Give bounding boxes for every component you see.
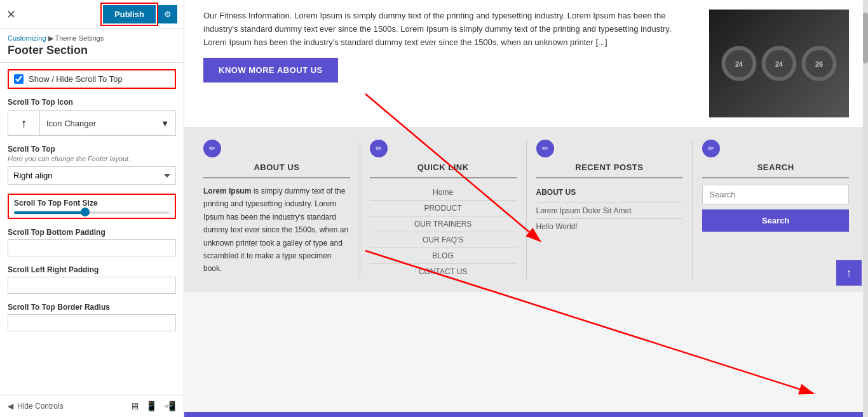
hide-controls[interactable]: ◀ Hide Controls [8, 402, 64, 411]
breadcrumb: Customizing ▶ Theme Settings [0, 29, 184, 44]
hide-controls-label: Hide Controls [17, 402, 64, 411]
footer-col-search: ✏ SEARCH Search [693, 140, 858, 279]
weight-24b: 24 [762, 46, 797, 81]
tablet-icon[interactable]: 📱 [146, 400, 158, 412]
about-us-rest: is simply dummy text of the printing and… [203, 187, 348, 273]
scroll-lr-padding-row: Scroll Left Right Padding [8, 265, 176, 294]
close-button[interactable]: ✕ [6, 8, 16, 22]
search-title: SEARCH [702, 162, 849, 178]
recent-posts-title: RECENT POSTS [536, 162, 683, 178]
desktop-icon[interactable]: 🖥 [130, 400, 139, 412]
footer-col-recent-posts: ✏ RECENT POSTS ABOUT US Lorem Ipsum Dolo… [527, 140, 693, 279]
preview-text-block: Our Fitness Information. Lorem Ipsum is … [203, 10, 696, 117]
scrollbar-thumb[interactable] [863, 13, 868, 63]
left-panel: ✕ Publish ⚙ Customizing ▶ Theme Settings… [0, 0, 184, 417]
search-input[interactable] [702, 185, 849, 204]
view-icons: 🖥 📱 📲 [130, 400, 176, 412]
search-button[interactable]: Search [702, 209, 849, 232]
link-contact-us[interactable]: CONTACT US [370, 264, 517, 279]
show-hide-label: Show / Hide Scroll To Top [29, 74, 123, 84]
breadcrumb-separator: ▶ [48, 34, 55, 42]
scroll-to-top-section-label: Scroll To Top [8, 145, 176, 154]
post-title-3: Hello World! [536, 222, 683, 231]
quick-link-title: QUICK LINK [370, 162, 517, 178]
scroll-bottom-padding-input[interactable] [8, 239, 176, 256]
weight-26: 26 [802, 46, 837, 81]
edit-recent-posts-button[interactable]: ✏ [536, 140, 554, 157]
preview-container: Our Fitness Information. Lorem Ipsum is … [184, 0, 868, 417]
weight-circles: 24 24 26 [722, 46, 837, 81]
preview-image: 24 24 26 [709, 10, 849, 117]
panel-title: Footer Section [0, 44, 184, 63]
blue-bottom-bar [184, 412, 868, 417]
about-us-bold: Lorem Ipsum [203, 187, 251, 195]
align-select[interactable]: Right align Left align Center align [8, 166, 176, 185]
footer-col-quick-link: ✏ QUICK LINK Home PRODUCT OUR TRAINERS O… [360, 140, 527, 279]
panel-body: Show / Hide Scroll To Top Scroll To Top … [0, 63, 184, 395]
know-more-button[interactable]: KNOW MORE ABOUT US [203, 58, 338, 83]
breadcrumb-customizing[interactable]: Customizing [8, 34, 46, 42]
show-hide-checkbox[interactable] [14, 74, 24, 84]
chevron-down-icon: ▼ [161, 119, 169, 128]
recent-post-item: Lorem Ipsum Dolor Sit Amet [536, 203, 683, 219]
icon-changer-row: ↑ Icon Changer ▼ [8, 110, 176, 136]
icon-preview: ↑ [8, 111, 40, 135]
slider-fill [14, 211, 84, 214]
scroll-to-top-icon: ↑ [846, 267, 852, 280]
show-hide-row: Show / Hide Scroll To Top [8, 69, 176, 89]
preview-body-text: Our Fitness Information. Lorem Ipsum is … [203, 10, 696, 49]
right-panel: Our Fitness Information. Lorem Ipsum is … [184, 0, 868, 417]
link-our-trainers[interactable]: OUR TRAINERS [370, 216, 517, 232]
search-input-wrapper [702, 185, 849, 204]
quick-link-list: Home PRODUCT OUR TRAINERS OUR FAQ'S BLOG… [370, 185, 517, 279]
border-radius-input[interactable] [8, 314, 176, 331]
font-size-section: Scroll To Top Font Size [8, 194, 176, 219]
slider-thumb[interactable] [81, 208, 90, 216]
recent-post-item: Hello World! [536, 219, 683, 234]
publish-area: Publish ⚙ [103, 5, 177, 23]
link-our-faqs[interactable]: OUR FAQ'S [370, 232, 517, 248]
top-bar: ✕ Publish ⚙ [0, 0, 184, 29]
scroll-to-top-button[interactable]: ↑ [836, 260, 862, 286]
link-blog[interactable]: BLOG [370, 248, 517, 264]
border-radius-label: Scroll To Top Border Radius [8, 303, 176, 312]
edit-search-button[interactable]: ✏ [702, 140, 720, 157]
preview-footer: ✏ ABOUT US Lorem Ipsum is simply dummy t… [184, 127, 868, 292]
link-home[interactable]: Home [370, 185, 517, 201]
mobile-icon[interactable]: 📲 [164, 400, 176, 412]
weights-image: 24 24 26 [709, 10, 849, 117]
recent-post-item: ABOUT US [536, 185, 683, 203]
border-radius-row: Scroll To Top Border Radius [8, 303, 176, 331]
post-title-2: Lorem Ipsum Dolor Sit Amet [536, 206, 683, 215]
recent-posts-list: ABOUT US Lorem Ipsum Dolor Sit Amet Hell… [536, 185, 683, 234]
scroll-bottom-padding-label: Scroll Top Bottom Padding [8, 228, 176, 237]
up-arrow-icon: ↑ [21, 116, 27, 131]
scroll-lr-padding-input[interactable] [8, 277, 176, 294]
scroll-to-top-icon-label: Scroll To Top Icon [8, 98, 176, 107]
about-us-text: Lorem Ipsum is simply dummy text of the … [203, 185, 350, 275]
weight-24a: 24 [722, 46, 757, 81]
scroll-hint: Here you can change the Footer layout. [8, 155, 176, 162]
preview-top: Our Fitness Information. Lorem Ipsum is … [184, 0, 868, 127]
font-size-label: Scroll To Top Font Size [14, 199, 170, 208]
chevron-left-icon: ◀ [8, 402, 13, 411]
breadcrumb-theme-settings: Theme Settings [55, 34, 104, 42]
scroll-lr-padding-label: Scroll Left Right Padding [8, 265, 176, 274]
post-title-1: ABOUT US [536, 188, 683, 197]
gear-button[interactable]: ⚙ [158, 5, 177, 23]
scrollbar[interactable] [863, 0, 868, 417]
link-product[interactable]: PRODUCT [370, 201, 517, 216]
footer-edit-row: ✏ ABOUT US Lorem Ipsum is simply dummy t… [194, 140, 858, 279]
about-us-title: ABOUT US [203, 162, 350, 178]
scroll-bottom-padding-row: Scroll Top Bottom Padding [8, 228, 176, 256]
edit-quick-link-button[interactable]: ✏ [370, 140, 388, 157]
edit-about-us-button[interactable]: ✏ [203, 140, 221, 157]
font-size-slider-track [14, 211, 170, 214]
icon-changer-label: Icon Changer [46, 119, 96, 128]
icon-changer-select[interactable]: Icon Changer ▼ [40, 119, 175, 128]
footer-col-about-us: ✏ ABOUT US Lorem Ipsum is simply dummy t… [194, 140, 360, 279]
publish-button[interactable]: Publish [103, 5, 156, 23]
bottom-bar: ◀ Hide Controls 🖥 📱 📲 [0, 395, 184, 417]
